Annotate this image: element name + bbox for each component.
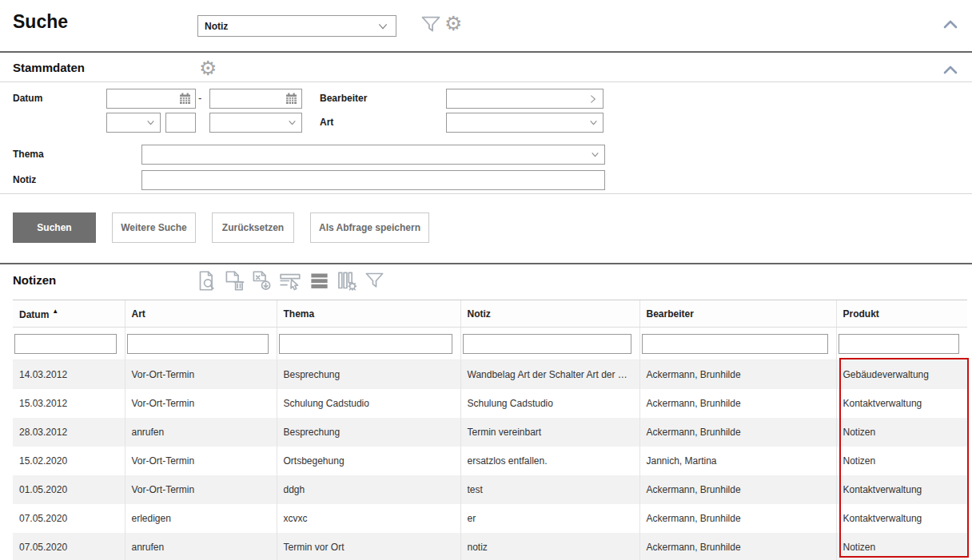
search-type-dropdown[interactable]: Notiz <box>197 15 396 37</box>
datum-period-select[interactable] <box>209 113 302 133</box>
column-header-label: Art <box>132 308 145 320</box>
collapse-suche-icon[interactable] <box>943 18 958 32</box>
chevron-down-icon <box>145 117 156 128</box>
cell-bearbeiter: Ackermann, Brunhilde <box>639 389 836 418</box>
chevron-down-icon <box>376 20 389 33</box>
cell-datum: 14.03.2012 <box>13 360 125 390</box>
chevron-down-icon <box>590 149 600 160</box>
search-type-dropdown-value: Notiz <box>205 21 228 32</box>
weitere-suche-button[interactable]: Weitere Suche <box>112 212 196 243</box>
stammdaten-gear-icon[interactable]: ⚙ <box>199 58 217 79</box>
suchen-button[interactable]: Suchen <box>13 212 96 243</box>
notiz-input[interactable] <box>141 170 605 190</box>
cell-thema: Ortsbegehung <box>277 447 460 475</box>
calendar-icon <box>179 93 191 105</box>
export-download-icon[interactable] <box>251 270 273 292</box>
filter-input-notiz[interactable] <box>463 334 631 354</box>
divider <box>0 193 972 194</box>
cell-produkt: Kontaktverwaltung <box>836 389 967 418</box>
row-select-icon[interactable] <box>278 270 303 292</box>
cell-datum: 28.03.2012 <box>13 418 125 447</box>
filter-icon[interactable] <box>363 270 386 292</box>
cell-art: Vor-Ort-Termin <box>125 389 277 418</box>
datum-count-input[interactable] <box>165 113 196 133</box>
cell-thema: xcvxc <box>277 504 460 533</box>
art-select[interactable] <box>446 113 604 133</box>
cell-notiz: ersatzlos entfallen. <box>460 447 639 475</box>
notizen-filter-row <box>13 328 967 360</box>
datum-unit-select[interactable] <box>106 113 161 133</box>
cell-art: anrufen <box>125 418 277 447</box>
settings-gear-icon[interactable]: ⚙ <box>444 13 462 34</box>
datum-bis-field[interactable] <box>209 89 302 109</box>
als-abfrage-speichern-button[interactable]: Als Abfrage speichern <box>310 212 429 243</box>
filter-input-bearbeiter[interactable] <box>642 334 828 354</box>
column-header-thema[interactable]: Thema <box>277 300 460 328</box>
cell-art: Vor-Ort-Termin <box>125 475 277 504</box>
table-row[interactable]: 15.03.2012Vor-Ort-TerminSchulung Cadstud… <box>13 389 967 418</box>
cell-thema: Besprechung <box>277 418 460 447</box>
bearbeiter-field[interactable] <box>446 89 604 109</box>
thema-select[interactable] <box>141 145 605 165</box>
cell-notiz: Wandbelag Art der Schalter Art der St... <box>460 360 639 390</box>
table-row[interactable]: 28.03.2012anrufenBesprechungTermin verei… <box>13 418 967 447</box>
column-header-label: Produkt <box>843 308 879 320</box>
notizen-table: Datum▲ArtThemaNotizBearbeiterProdukt 14.… <box>13 300 967 560</box>
cell-notiz: Schulung Cadstudio <box>460 389 639 418</box>
art-label: Art <box>320 117 333 128</box>
cell-produkt: Kontaktverwaltung <box>836 475 967 504</box>
column-header-label: Datum <box>19 309 49 320</box>
bearbeiter-label: Bearbeiter <box>320 93 367 104</box>
cell-art: erledigen <box>125 504 277 533</box>
cell-art: anrufen <box>125 533 277 560</box>
datum-von-field[interactable] <box>106 89 196 109</box>
cell-bearbeiter: Ackermann, Brunhilde <box>639 475 836 504</box>
filter-input-produkt[interactable] <box>839 334 960 354</box>
datum-range-separator: - <box>198 92 201 104</box>
section-divider <box>0 51 972 53</box>
column-settings-icon[interactable] <box>336 270 357 292</box>
cell-produkt: Notizen <box>836 447 967 475</box>
column-header-notiz[interactable]: Notiz <box>460 300 639 328</box>
sort-ascending-icon: ▲ <box>52 308 58 315</box>
filter-icon[interactable] <box>419 14 443 36</box>
document-delete-icon[interactable] <box>224 270 245 292</box>
table-row[interactable]: 14.03.2012Vor-Ort-TerminBesprechungWandb… <box>13 360 967 390</box>
section-divider <box>0 263 972 264</box>
table-row[interactable]: 07.05.2020erledigenxcvxcerAckermann, Bru… <box>13 504 967 533</box>
document-preview-icon[interactable] <box>197 270 218 292</box>
cell-produkt: Kontaktverwaltung <box>836 504 967 533</box>
cell-art: Vor-Ort-Termin <box>125 360 277 390</box>
cell-thema: ddgh <box>277 475 460 504</box>
cell-bearbeiter: Ackermann, Brunhilde <box>639 504 836 533</box>
column-header-label: Bearbeiter <box>647 308 694 320</box>
cell-bearbeiter: Jannich, Martina <box>639 447 836 475</box>
cell-produkt: Notizen <box>836 418 967 447</box>
collapse-stammdaten-icon[interactable] <box>943 63 958 77</box>
cell-datum: 07.05.2020 <box>13 504 125 533</box>
filter-input-art[interactable] <box>127 334 269 354</box>
page-title: Suche <box>13 11 68 33</box>
cell-notiz: notiz <box>460 533 639 560</box>
column-header-art[interactable]: Art <box>125 300 277 328</box>
cell-datum: 15.02.2020 <box>13 447 125 475</box>
cell-notiz: Termin vereinbart <box>460 418 639 447</box>
filter-input-thema[interactable] <box>279 334 452 354</box>
calendar-icon <box>285 93 297 105</box>
list-rows-icon[interactable] <box>309 270 330 292</box>
column-header-produkt[interactable]: Produkt <box>836 300 967 328</box>
filter-input-datum[interactable] <box>14 334 117 354</box>
column-header-datum[interactable]: Datum▲ <box>13 300 125 328</box>
table-row[interactable]: 01.05.2020Vor-Ort-TerminddghtestAckerman… <box>13 475 967 504</box>
cell-produkt: Gebäudeverwaltung <box>836 360 967 390</box>
chevron-down-icon <box>588 117 599 128</box>
column-header-bearbeiter[interactable]: Bearbeiter <box>639 300 836 328</box>
cell-datum: 01.05.2020 <box>13 475 125 504</box>
table-row[interactable]: 07.05.2020anrufenTermin vor OrtnotizAcke… <box>13 533 967 560</box>
cell-produkt: Notizen <box>836 533 967 560</box>
table-row[interactable]: 15.02.2020Vor-Ort-TerminOrtsbegehungersa… <box>13 447 967 475</box>
notizen-header-row: Datum▲ArtThemaNotizBearbeiterProdukt <box>13 300 967 328</box>
zuruecksetzen-button[interactable]: Zurücksetzen <box>212 212 294 243</box>
cell-bearbeiter: Ackermann, Brunhilde <box>639 418 836 447</box>
chevron-down-icon <box>287 117 297 128</box>
